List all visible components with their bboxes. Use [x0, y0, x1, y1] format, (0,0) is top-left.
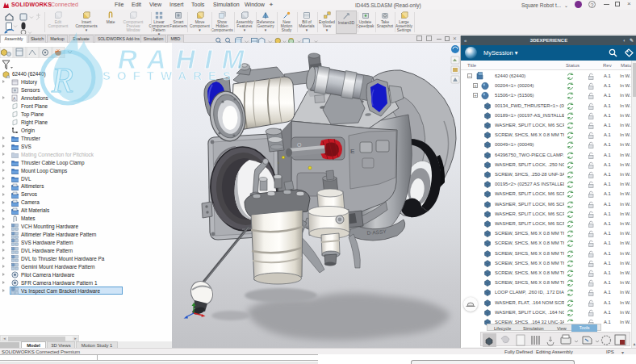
svg-text:SOFTWARES: SOFTWARES [103, 69, 237, 82]
svg-text:E: E [350, 148, 355, 155]
svg-text:R: R [51, 61, 73, 100]
svg-text:O: O [297, 142, 302, 148]
